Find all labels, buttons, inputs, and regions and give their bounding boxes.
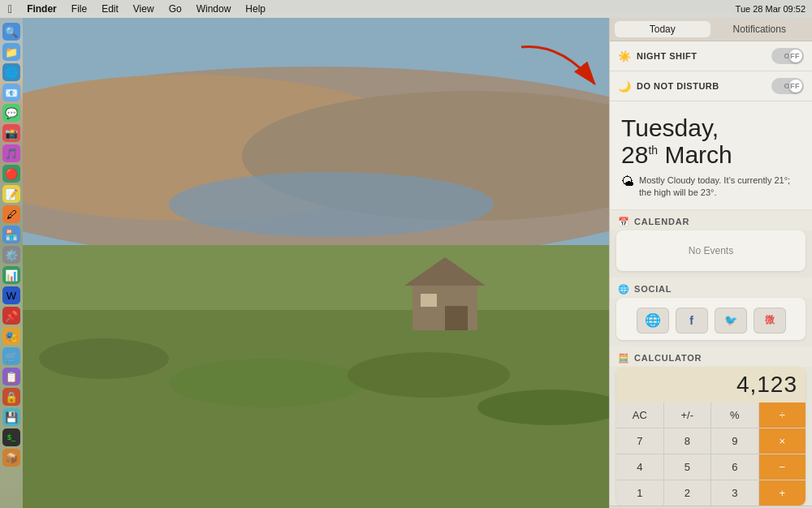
dock-icon-word[interactable]: W [2,286,20,304]
tab-bar: Today Notifications [610,18,812,41]
dock-icon-mail[interactable]: 📧 [2,84,20,101]
tab-today[interactable]: Today [615,21,710,37]
calculator-section-label: CALCULATOR [634,353,702,363]
dock-icon-finder[interactable]: 🔍 [2,23,20,41]
social-widget: 🌐 f 🐦 微 [616,298,806,340]
dock-icon-system[interactable]: ⚙️ [2,246,20,264]
dock-icon-photos[interactable]: 📸 [2,124,20,142]
calc-3[interactable]: 3 [711,480,758,506]
dock-icon-numbers[interactable]: 📊 [2,266,20,284]
calendar-section-header: 📅 CALENDAR [610,210,812,230]
svg-rect-14 [421,294,437,307]
calculator-icon: 🧮 [618,353,629,364]
calc-add[interactable]: + [759,480,806,506]
calc-divide[interactable]: ÷ [759,403,806,428]
dock-icon-notes[interactable]: 📝 [2,185,20,203]
dock-icon-cart[interactable]: 🛒 [2,347,20,365]
calc-6[interactable]: 6 [711,454,758,480]
calculator-display: 4,123 [616,367,806,403]
date-month: March [658,141,732,168]
menu-view[interactable]: View [127,3,161,15]
calc-multiply[interactable]: × [759,428,806,454]
dock-icon-theater[interactable]: 🎭 [2,327,20,345]
calc-7[interactable]: 7 [616,428,663,454]
night-shift-label: NIGHT SHIFT [637,51,771,61]
calc-1[interactable]: 1 [616,480,663,506]
dock: 🔍 📁 🌐 📧 💬 📸 🎵 🔴 📝 🖊 🏪 ⚙️ 📊 W 📌 🎭 🛒 📋 🔒 💾… [0,18,23,508]
svg-point-7 [39,338,169,379]
dock-icon-drive[interactable]: 💾 [2,408,20,426]
night-shift-icon: ☀️ [618,50,631,62]
menu-clock: Tue 28 Mar 09:52 [736,4,806,14]
dock-icon-itunes[interactable]: 🎵 [2,144,20,162]
twitter-button[interactable]: 🐦 [715,308,747,334]
weather-row: 🌤 Mostly Cloudy today. It’s currently 21… [621,174,801,200]
calc-ac[interactable]: AC [616,403,663,428]
menu-go[interactable]: Go [162,3,188,15]
calendar-section-label: CALENDAR [634,217,689,226]
dnd-toggle[interactable]: OFF [771,78,804,94]
menu-window[interactable]: Window [190,3,238,15]
dock-icon-clipboard[interactable]: 📋 [2,368,20,385]
weather-icon: 🌤 [621,174,634,189]
date-ordinal: th [648,144,658,157]
weibo-button[interactable]: 🌐 [637,308,669,334]
notification-panel: Today Notifications ☀️ NIGHT SHIFT OFF 🌙… [609,18,812,508]
calc-8[interactable]: 8 [664,428,711,454]
no-events-label: No Events [624,239,797,263]
calc-9[interactable]: 9 [711,428,758,454]
social-section-header: 🌐 SOCIAL [610,278,812,298]
dock-icon-facetime[interactable]: 🔴 [2,165,20,183]
calendar-widget: No Events [616,230,806,271]
social-section-icon: 🌐 [618,284,629,295]
calc-subtract[interactable]: − [759,454,806,480]
dock-icon-pencil[interactable]: 🖊 [2,205,20,223]
calculator-buttons: AC +/- % ÷ 7 8 9 × 4 5 6 − 1 2 3 + [616,403,806,506]
dock-icon-pp[interactable]: 📌 [2,307,20,325]
app-name[interactable]: Finder [20,3,63,15]
social-section-label: SOCIAL [634,284,672,294]
date-line1: Tuesday, [621,114,719,141]
desktop:  Finder File Edit View Go Window Help T… [0,0,812,508]
menu-edit[interactable]: Edit [95,3,125,15]
menu-help[interactable]: Help [239,3,272,15]
calc-4[interactable]: 4 [616,454,663,480]
calc-2[interactable]: 2 [664,480,711,506]
svg-point-9 [348,352,510,398]
dock-icon-appstore[interactable]: 🏪 [2,226,20,243]
calc-percent[interactable]: % [711,403,758,428]
dock-icon-lock[interactable]: 🔒 [2,388,20,406]
weather-text: Mostly Cloudy today. It’s currently 21°;… [639,174,801,200]
dock-icon-terminal[interactable]: $_ [2,428,20,446]
dock-icon-files[interactable]: 📁 [2,43,20,61]
dock-icon-safari[interactable]: 🌐 [2,63,20,81]
date-display: Tuesday, 28th March [621,114,801,168]
dnd-icon: 🌙 [618,80,631,93]
night-shift-row: ☀️ NIGHT SHIFT OFF [610,41,812,71]
svg-point-8 [169,359,364,407]
dock-icon-package[interactable]: 📦 [2,449,20,467]
night-shift-toggle[interactable]: OFF [771,48,804,64]
wallpaper [23,18,609,508]
dock-icon-messages[interactable]: 💬 [2,104,20,122]
apple-menu[interactable]:  [0,2,20,15]
date-section: Tuesday, 28th March 🌤 Mostly Cloudy toda… [610,101,812,210]
svg-rect-13 [445,306,468,330]
calc-plusminus[interactable]: +/- [664,403,711,428]
menu-file[interactable]: File [65,3,93,15]
menubar:  Finder File Edit View Go Window Help T… [0,0,812,18]
facebook-button[interactable]: f [676,308,708,334]
svg-point-4 [169,172,494,237]
social-icons-row: 🌐 f 🐦 微 [623,308,799,334]
calculator-widget: 4,123 AC +/- % ÷ 7 8 9 × 4 5 6 − 1 2 [616,367,806,506]
dnd-label: DO NOT DISTURB [637,81,771,91]
weibo2-button[interactable]: 微 [754,308,786,334]
do-not-disturb-row: 🌙 DO NOT DISTURB OFF [610,71,812,101]
calendar-icon: 📅 [618,217,629,227]
calculator-section-header: 🧮 CALCULATOR [610,347,812,367]
calc-5[interactable]: 5 [664,454,711,480]
tab-notifications[interactable]: Notifications [712,21,808,37]
date-day: 28 [621,141,648,168]
